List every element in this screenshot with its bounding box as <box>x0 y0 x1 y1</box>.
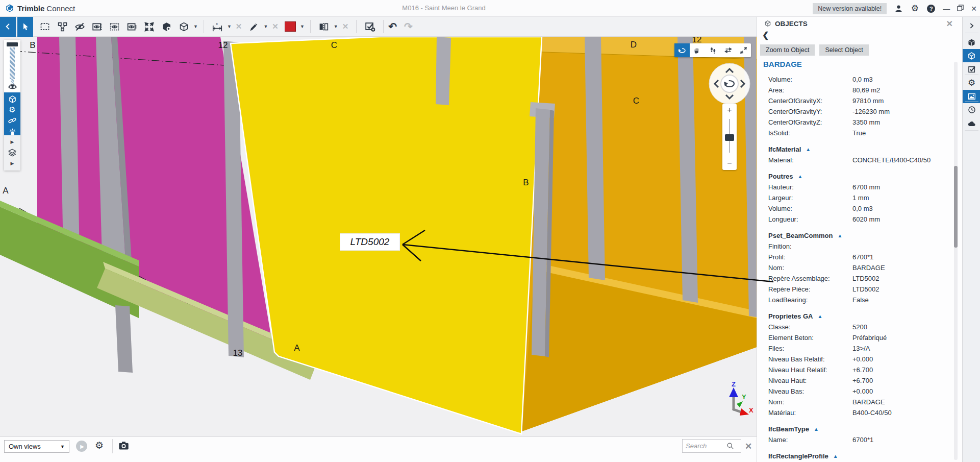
collapse-triangle-icon[interactable]: ▲ <box>814 426 819 432</box>
y-axis-label: Y <box>742 393 746 401</box>
zoom-in-button[interactable]: + <box>722 105 737 116</box>
model-viewport[interactable]: B12C12BDCBAA13 LTD5002 ⚙ ▶ ▶ <box>0 37 757 436</box>
clip-plane-button[interactable] <box>315 18 333 35</box>
undo-button[interactable]: ↶ <box>388 21 397 32</box>
pen-dropdown-icon[interactable]: ▼ <box>263 24 268 29</box>
property-row: Area:80,69 m2 <box>757 85 953 95</box>
brand-bold: Trimble <box>17 4 44 13</box>
save-markup-button[interactable] <box>361 18 379 35</box>
color-dropdown-icon[interactable]: ▼ <box>300 24 305 29</box>
swap-view-button[interactable] <box>720 43 736 57</box>
section-header[interactable]: Pset_BeamCommon▲ <box>757 230 953 241</box>
cube-mode-icon[interactable] <box>4 93 20 105</box>
collapse-triangle-icon[interactable]: ▲ <box>833 453 838 459</box>
panel-scrollbar[interactable] <box>954 62 958 460</box>
z-axis-label: Z <box>732 381 736 388</box>
restore-button[interactable] <box>957 5 964 12</box>
search-input[interactable] <box>686 442 726 450</box>
property-value: +6.700 <box>852 377 953 384</box>
zoom-to-object-button[interactable]: Zoom to Object <box>760 44 815 56</box>
view-cube-button[interactable] <box>175 18 192 35</box>
assembly-mark-label[interactable]: LTD5002 <box>340 233 400 251</box>
pen-clear-icon[interactable]: ✕ <box>272 22 279 31</box>
minimize-button[interactable]: — <box>943 5 950 12</box>
strip-settings-gear-icon[interactable]: ⚙ <box>963 76 980 89</box>
section-header[interactable]: Proprietes GA▲ <box>757 311 953 322</box>
property-row: Classe:5200 <box>757 322 953 332</box>
visibility-eye-icon[interactable] <box>4 81 20 92</box>
zoom-out-button[interactable]: − <box>722 158 737 169</box>
orbit-compass-widget[interactable] <box>708 62 751 105</box>
object-visibility-cube-button[interactable] <box>158 18 175 35</box>
search-clear-icon[interactable]: ✕ <box>745 441 752 452</box>
user-icon[interactable] <box>894 4 903 13</box>
property-row: Finition: <box>757 241 953 252</box>
section-header[interactable]: Poutres▲ <box>757 171 953 182</box>
transparency-slider-handle[interactable] <box>7 42 18 46</box>
property-row: Matériau:B400-C40/50 <box>757 407 953 418</box>
collapse-triangle-icon[interactable]: ▲ <box>837 233 842 238</box>
clip-clear-icon[interactable]: ✕ <box>342 22 349 31</box>
pan-hand-button[interactable] <box>690 43 705 57</box>
help-icon[interactable]: ? <box>926 4 936 13</box>
expand-arrow-icon[interactable]: ▶ <box>4 136 20 148</box>
section-header[interactable]: IfcRectangleProfile▲ <box>757 451 953 461</box>
measure-clear-icon[interactable]: ✕ <box>236 22 242 31</box>
views-dropdown[interactable]: Own views▼ <box>4 440 69 453</box>
settings-gear-icon[interactable]: ⚙ <box>910 4 919 13</box>
close-button[interactable]: ✕ <box>971 5 977 12</box>
select-similar-button[interactable] <box>54 18 71 35</box>
panel-close-icon[interactable]: ✕ <box>946 19 953 29</box>
select-tool-button[interactable] <box>17 17 33 37</box>
sync-cloud-icon[interactable] <box>963 117 980 130</box>
layers-stack-icon[interactable] <box>4 147 20 158</box>
transparency-slider-track[interactable] <box>10 47 15 79</box>
property-label: Volume: <box>768 76 852 83</box>
objects-tab-icon[interactable] <box>963 49 980 62</box>
show-object-button[interactable] <box>123 18 140 35</box>
zoom-slider-thumb[interactable] <box>725 134 734 141</box>
link-icon[interactable] <box>4 115 20 126</box>
hide-object-button[interactable] <box>71 18 88 35</box>
section-header[interactable]: IfcMaterial▲ <box>757 144 953 155</box>
markup-color-swatch[interactable] <box>282 18 299 35</box>
markup-pen-button[interactable] <box>245 18 262 35</box>
collapse-triangle-icon[interactable]: ▲ <box>817 313 822 319</box>
property-row: Volume:0,0 m3 <box>757 74 953 85</box>
views-settings-gear-icon[interactable]: ⚙ <box>95 440 104 451</box>
fullscreen-button[interactable] <box>736 43 751 57</box>
view-cube-dropdown-icon[interactable]: ▼ <box>193 24 198 29</box>
expand-arrow-icon[interactable]: ▶ <box>4 158 20 169</box>
snapshot-camera-icon[interactable] <box>118 441 129 452</box>
measure-dropdown-icon[interactable]: ▼ <box>227 24 232 29</box>
panel-scrollbar-thumb[interactable] <box>954 166 958 248</box>
property-value: B400-C40/50 <box>852 409 953 417</box>
property-label: Largeur: <box>768 194 852 202</box>
palette-gear-icon[interactable]: ⚙ <box>4 104 20 115</box>
play-views-button[interactable]: ▶ <box>76 441 87 452</box>
show-only-button[interactable] <box>88 18 106 35</box>
section-header[interactable]: IfcBeamType▲ <box>757 424 953 434</box>
select-object-button[interactable]: Select Object <box>819 44 868 56</box>
models-cube-icon[interactable] <box>963 36 980 49</box>
history-clock-icon[interactable] <box>963 103 980 116</box>
search-box <box>682 439 741 453</box>
search-icon[interactable] <box>726 442 734 450</box>
walk-tool-button[interactable] <box>705 43 720 57</box>
marquee-select-button[interactable] <box>36 18 54 35</box>
side-icon-strip: ⚙ <box>962 17 980 462</box>
redo-button[interactable]: ↷ <box>404 21 413 32</box>
clip-dropdown-icon[interactable]: ▼ <box>334 24 338 29</box>
property-row: Element Beton:Préfabriqué <box>757 332 953 343</box>
collapse-triangle-icon[interactable]: ▲ <box>806 147 811 152</box>
orbit-tool-button[interactable] <box>674 43 690 57</box>
top-column[interactable] <box>436 37 451 105</box>
show-in-box-button[interactable] <box>106 18 123 35</box>
back-button[interactable] <box>0 17 16 37</box>
measure-tool-button[interactable]: x <box>209 18 226 35</box>
new-version-button[interactable]: New version available! <box>813 3 887 14</box>
collapse-panel-chevron-icon[interactable] <box>963 19 980 32</box>
fit-view-button[interactable] <box>140 18 158 35</box>
collapse-triangle-icon[interactable]: ▲ <box>797 174 802 179</box>
panel-back-button[interactable]: ❮ <box>762 30 769 40</box>
